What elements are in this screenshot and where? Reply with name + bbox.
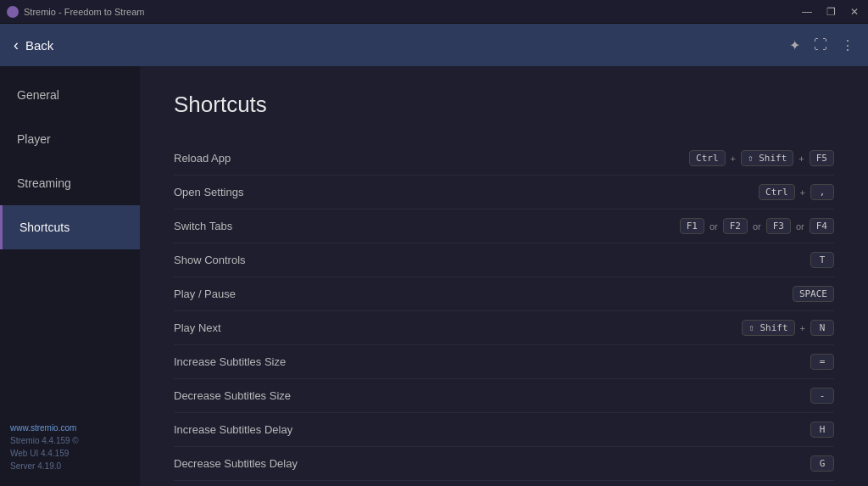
version-line1: Stremio 4.4.159 ©	[10, 436, 79, 445]
minimize-button[interactable]: —	[800, 6, 814, 18]
shortcut-keys: Ctrl+,	[759, 184, 834, 200]
titlebar: Stremio - Freedom to Stream — ❐ ✕	[0, 0, 868, 24]
key-badge: T	[810, 252, 834, 268]
puzzle-icon[interactable]: ✦	[789, 37, 800, 53]
app-title: Stremio - Freedom to Stream	[24, 7, 144, 17]
shortcut-name: Open Settings	[174, 186, 343, 198]
fullscreen-icon[interactable]: ⛶	[814, 37, 827, 53]
key-badge: F3	[766, 218, 791, 234]
key-badge: G	[810, 455, 834, 472]
key-badge: ⇧ Shift	[742, 320, 794, 336]
menu-icon[interactable]: ⋮	[841, 37, 854, 53]
key-badge: Ctrl	[689, 150, 726, 166]
maximize-button[interactable]: ❐	[824, 6, 837, 18]
close-button[interactable]: ✕	[848, 6, 861, 18]
key-separator: +	[729, 154, 737, 164]
key-badge: F2	[723, 218, 748, 234]
key-badge: SPACE	[793, 286, 834, 302]
sidebar-nav: General Player Streaming Shortcuts	[0, 66, 140, 249]
shortcut-keys: SPACE	[793, 286, 834, 302]
shortcut-row: Open SettingsCtrl+,	[174, 176, 834, 209]
shortcut-row: Switch TabsF1orF2orF3orF4	[174, 209, 834, 243]
shortcut-keys: H	[810, 422, 834, 438]
shortcut-keys: G	[810, 455, 834, 472]
window-controls[interactable]: — ❐ ✕	[800, 6, 861, 18]
key-separator: or	[794, 221, 806, 232]
key-badge: F1	[680, 218, 704, 234]
app-icon	[7, 6, 19, 18]
sidebar-item-shortcuts[interactable]: Shortcuts	[0, 205, 140, 249]
shortcut-keys: ⇧ Shift+N	[742, 320, 834, 336]
key-badge: F5	[810, 150, 834, 166]
version-line2: Web UI 4.4.159	[10, 449, 69, 458]
content-area: Shortcuts Reload AppCtrl+⇧ Shift+F5Open …	[140, 66, 868, 486]
shortcut-row: Toggle SidebarO	[174, 481, 834, 486]
key-badge: ,	[810, 184, 834, 200]
page-title: Shortcuts	[174, 92, 834, 118]
shortcuts-list: Reload AppCtrl+⇧ Shift+F5Open SettingsCt…	[174, 142, 834, 486]
key-badge: -	[810, 388, 834, 404]
main-layout: General Player Streaming Shortcuts www.s…	[0, 66, 868, 486]
sidebar-footer: www.stremio.com Stremio 4.4.159 © Web UI…	[0, 415, 140, 479]
shortcut-row: Show ControlsT	[174, 243, 834, 277]
shortcut-name: Increase Subtitles Size	[174, 355, 343, 368]
shortcut-row: Increase Subtitles DelayH	[174, 413, 834, 447]
shortcut-row: Reload AppCtrl+⇧ Shift+F5	[174, 142, 834, 176]
shortcut-name: Decrease Subtitles Size	[174, 389, 343, 402]
back-arrow-icon: ‹	[14, 36, 19, 54]
key-separator: or	[708, 221, 720, 232]
stremio-link[interactable]: www.stremio.com	[10, 423, 76, 433]
key-badge: H	[810, 422, 834, 438]
shortcut-row: Play Next⇧ Shift+N	[174, 311, 834, 345]
sidebar-item-streaming[interactable]: Streaming	[0, 161, 140, 205]
key-badge: F4	[810, 218, 834, 234]
shortcut-name: Switch Tabs	[174, 220, 343, 232]
shortcut-keys: Ctrl+⇧ Shift+F5	[689, 150, 834, 166]
shortcut-row: Decrease Subtitles DelayG	[174, 447, 834, 481]
shortcut-name: Increase Subtitles Delay	[174, 423, 343, 436]
shortcut-name: Reload App	[174, 152, 343, 165]
shortcut-keys: -	[810, 388, 834, 404]
key-badge: N	[810, 320, 834, 336]
key-separator: +	[798, 187, 807, 198]
shortcut-name: Play Next	[174, 321, 343, 334]
key-separator: or	[751, 221, 763, 232]
shortcut-row: Increase Subtitles Size=	[174, 345, 834, 379]
version-line3: Server 4.19.0	[10, 461, 61, 471]
key-separator: +	[798, 323, 807, 333]
shortcut-name: Decrease Subtitles Delay	[174, 457, 343, 470]
back-label: Back	[25, 38, 53, 53]
key-badge: =	[810, 354, 834, 370]
key-badge: ⇧ Shift	[741, 150, 793, 166]
shortcut-row: Decrease Subtitles Size-	[174, 379, 834, 413]
sidebar-item-player[interactable]: Player	[0, 117, 140, 161]
shortcut-keys: F1orF2orF3orF4	[680, 218, 834, 234]
titlebar-left: Stremio - Freedom to Stream	[7, 6, 144, 18]
header: ‹ Back ✦ ⛶ ⋮	[0, 24, 868, 66]
header-actions: ✦ ⛶ ⋮	[789, 37, 854, 53]
shortcut-row: Play / PauseSPACE	[174, 277, 834, 311]
sidebar: General Player Streaming Shortcuts www.s…	[0, 66, 140, 486]
back-button[interactable]: ‹ Back	[14, 36, 53, 54]
shortcut-keys: =	[810, 354, 834, 370]
key-separator: +	[797, 154, 805, 164]
shortcut-name: Play / Pause	[174, 288, 343, 300]
shortcut-keys: T	[810, 252, 834, 268]
sidebar-item-general[interactable]: General	[0, 73, 140, 117]
shortcut-name: Show Controls	[174, 254, 343, 266]
key-badge: Ctrl	[759, 184, 795, 200]
